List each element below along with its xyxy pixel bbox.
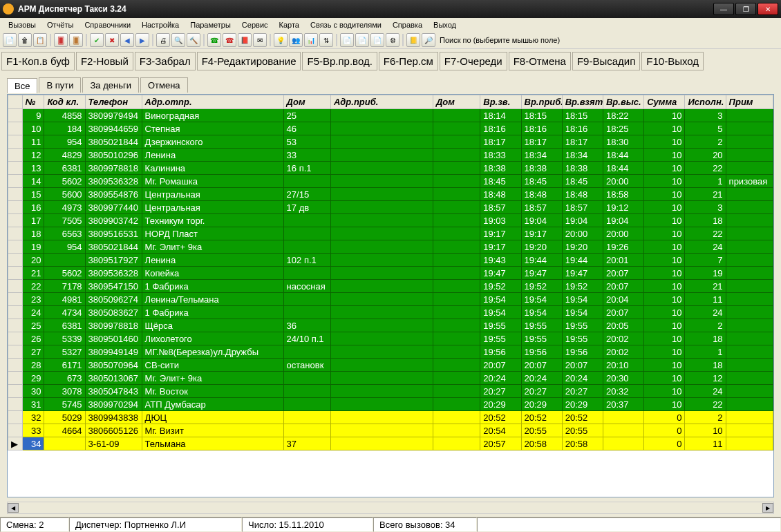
cell-17-0[interactable]: 26: [22, 332, 44, 345]
cell-14-11[interactable]: 10: [644, 293, 685, 306]
cell-5-7[interactable]: 18:45: [480, 175, 521, 188]
cell-7-10[interactable]: 19:12: [603, 201, 643, 214]
scroll-left-icon[interactable]: ◀: [8, 503, 19, 513]
cell-2-6[interactable]: [433, 135, 480, 149]
cell-9-5[interactable]: [330, 227, 433, 240]
col-header-8[interactable]: Вр.приб.: [521, 95, 562, 109]
tab-3[interactable]: Отмена: [140, 77, 188, 93]
horizontal-scrollbar[interactable]: ◀ ▶: [7, 502, 774, 514]
cell-12-11[interactable]: 10: [644, 267, 685, 280]
cell-1-1[interactable]: 184: [44, 122, 85, 135]
cell-6-4[interactable]: 27/15: [283, 188, 330, 201]
cell-7-8[interactable]: 18:57: [521, 201, 562, 214]
cell-20-8[interactable]: 20:24: [521, 372, 562, 385]
cell-5-1[interactable]: 5602: [44, 175, 85, 188]
cell-14-13[interactable]: [726, 293, 773, 306]
cell-6-0[interactable]: 15: [22, 188, 44, 201]
cell-21-4[interactable]: [283, 385, 330, 398]
toolbar-cards2-icon[interactable]: 🂠: [69, 33, 83, 47]
menu-3[interactable]: Настройка: [136, 19, 185, 30]
cell-4-5[interactable]: [330, 162, 433, 175]
cell-13-6[interactable]: [433, 280, 480, 293]
cell-13-9[interactable]: 19:52: [562, 280, 603, 293]
cell-18-13[interactable]: [726, 345, 773, 359]
cell-6-6[interactable]: [433, 188, 480, 201]
cell-19-8[interactable]: 20:07: [521, 359, 562, 372]
cell-21-13[interactable]: [726, 385, 773, 398]
cell-15-13[interactable]: [726, 306, 773, 319]
row-marker[interactable]: [8, 175, 23, 188]
cell-8-5[interactable]: [330, 214, 433, 227]
cell-3-0[interactable]: 12: [22, 149, 44, 162]
cell-7-4[interactable]: 17 дв: [283, 201, 330, 214]
cell-16-7[interactable]: 19:55: [480, 319, 521, 332]
cell-1-9[interactable]: 18:16: [562, 122, 603, 135]
row-marker[interactable]: [8, 267, 23, 280]
cell-16-8[interactable]: 19:55: [521, 319, 562, 332]
cell-25-10[interactable]: [603, 437, 643, 450]
cell-11-9[interactable]: 19:44: [562, 254, 603, 267]
cell-2-3[interactable]: Дзержинского: [142, 135, 283, 149]
cell-6-5[interactable]: [330, 188, 433, 201]
cell-0-4[interactable]: 25: [283, 109, 330, 122]
cell-1-3[interactable]: Степная: [142, 122, 283, 135]
cell-9-13[interactable]: [726, 227, 773, 240]
cell-21-8[interactable]: 20:27: [521, 385, 562, 398]
row-marker[interactable]: [8, 240, 23, 254]
cell-25-5[interactable]: [330, 437, 433, 450]
cell-11-5[interactable]: [330, 254, 433, 267]
cell-2-12[interactable]: 2: [685, 135, 726, 149]
cell-22-8[interactable]: 20:29: [521, 398, 562, 411]
cell-4-8[interactable]: 18:38: [521, 162, 562, 175]
cell-21-7[interactable]: 20:27: [480, 385, 521, 398]
cell-18-9[interactable]: 19:56: [562, 345, 603, 359]
cell-0-2[interactable]: 3809979494: [85, 109, 142, 122]
cell-23-8[interactable]: 20:52: [521, 411, 562, 424]
cell-10-11[interactable]: 10: [644, 240, 685, 254]
cell-19-10[interactable]: 20:10: [603, 359, 643, 372]
cell-18-0[interactable]: 27: [22, 345, 44, 359]
cell-16-5[interactable]: [330, 319, 433, 332]
toolbar-left-icon[interactable]: ◀: [120, 33, 134, 47]
row-marker[interactable]: [8, 201, 23, 214]
cell-24-11[interactable]: 0: [644, 424, 685, 437]
cell-12-9[interactable]: 19:47: [562, 267, 603, 280]
cell-19-4[interactable]: остановк: [283, 359, 330, 372]
cell-19-7[interactable]: 20:07: [480, 359, 521, 372]
fkey-9[interactable]: F9-Высадип: [572, 52, 640, 70]
cell-18-11[interactable]: 10: [644, 345, 685, 359]
cell-18-3[interactable]: МГ.№8(Березка)ул.Дружбы: [142, 345, 283, 359]
cell-10-6[interactable]: [433, 240, 480, 254]
cell-11-6[interactable]: [433, 254, 480, 267]
cell-6-10[interactable]: 18:58: [603, 188, 643, 201]
cell-25-12[interactable]: 11: [685, 437, 726, 450]
cell-7-3[interactable]: Центральная: [142, 201, 283, 214]
cell-12-7[interactable]: 19:47: [480, 267, 521, 280]
row-marker[interactable]: [8, 424, 23, 437]
cell-18-6[interactable]: [433, 345, 480, 359]
toolbar-find2-icon[interactable]: 🔎: [422, 33, 435, 47]
cell-4-2[interactable]: 3809978818: [85, 162, 142, 175]
cell-16-9[interactable]: 19:55: [562, 319, 603, 332]
cell-10-0[interactable]: 19: [22, 240, 44, 254]
cell-0-6[interactable]: [433, 109, 480, 122]
cell-25-2[interactable]: 3-61-09: [85, 437, 142, 450]
toolbar-doc2-icon[interactable]: 📄: [355, 33, 369, 47]
cell-16-3[interactable]: Щёрса: [142, 319, 283, 332]
cell-5-9[interactable]: 18:45: [562, 175, 603, 188]
cell-3-1[interactable]: 4829: [44, 149, 85, 162]
cell-0-7[interactable]: 18:14: [480, 109, 521, 122]
cell-4-3[interactable]: Калинина: [142, 162, 283, 175]
cell-6-2[interactable]: 3809554876: [85, 188, 142, 201]
close-button[interactable]: ✕: [758, 3, 778, 15]
cell-0-8[interactable]: 18:15: [521, 109, 562, 122]
cell-20-2[interactable]: 3805013067: [85, 372, 142, 385]
cell-14-3[interactable]: Ленина/Тельмана: [142, 293, 283, 306]
toolbar-sort-icon[interactable]: ⇅: [319, 33, 333, 47]
cell-19-6[interactable]: [433, 359, 480, 372]
cell-21-1[interactable]: 3078: [44, 385, 85, 398]
cell-10-7[interactable]: 19:17: [480, 240, 521, 254]
cell-8-2[interactable]: 3809903742: [85, 214, 142, 227]
cell-3-6[interactable]: [433, 149, 480, 162]
toolbar-check-icon[interactable]: ✔: [90, 33, 104, 47]
